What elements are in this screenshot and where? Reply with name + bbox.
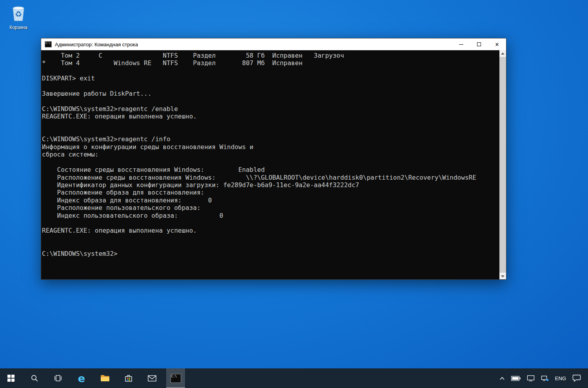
scroll-up-button[interactable]: [499, 50, 506, 57]
cmd-taskbar-button[interactable]: C:\: [166, 368, 185, 388]
monitor-icon: [527, 375, 535, 381]
store-button[interactable]: [119, 368, 138, 388]
cmd-icon: C:\: [45, 41, 52, 47]
start-icon: [7, 375, 15, 382]
language-label: ENG: [555, 375, 566, 381]
terminal-scrollbar[interactable]: [499, 50, 506, 279]
scroll-down-button[interactable]: [499, 273, 506, 279]
tray-chevron-button[interactable]: [499, 377, 505, 380]
search-icon: [31, 374, 38, 382]
arrow-up-icon: [501, 53, 505, 55]
mail-icon: [148, 375, 156, 382]
taskbar: e C:\: [0, 368, 588, 388]
network-icon: [541, 375, 549, 381]
maximize-button[interactable]: [470, 38, 488, 50]
recycle-bin-label: Корзина: [9, 25, 27, 30]
close-icon: ✕: [495, 42, 499, 47]
arrow-down-icon: [501, 275, 505, 277]
scrollbar-thumb[interactable]: [499, 57, 506, 273]
close-button[interactable]: ✕: [488, 38, 506, 50]
minimize-icon: [459, 44, 463, 45]
mail-button[interactable]: [143, 368, 162, 388]
terminal-output[interactable]: Том 2 C NTFS Раздел 58 Гб Исправен Загру…: [41, 50, 499, 279]
titlebar[interactable]: C:\ Администратор: Командная строка ✕: [41, 38, 506, 50]
start-button[interactable]: [2, 368, 20, 388]
recycle-bin[interactable]: ♻ Корзина: [5, 3, 31, 30]
edge-icon: e: [78, 373, 85, 384]
action-center-button[interactable]: [572, 374, 581, 382]
cmd-icon: C:\: [171, 374, 181, 383]
language-indicator[interactable]: ENG: [555, 375, 566, 381]
chevron-up-icon: [499, 377, 505, 380]
task-view-button[interactable]: [49, 368, 67, 388]
battery-button[interactable]: [511, 376, 521, 381]
minimize-button[interactable]: [452, 38, 470, 50]
terminal[interactable]: Том 2 C NTFS Раздел 58 Гб Исправен Загру…: [41, 50, 506, 279]
search-button[interactable]: [25, 368, 44, 388]
store-icon: [124, 374, 133, 383]
network-tray-button[interactable]: [541, 375, 549, 381]
window-title: Администратор: Командная строка: [55, 42, 452, 47]
recycle-bin-icon: ♻: [8, 3, 29, 24]
action-center-icon: [572, 374, 581, 382]
cmd-window: C:\ Администратор: Командная строка ✕ То…: [41, 38, 506, 280]
maximize-icon: [477, 42, 481, 46]
task-view-icon: [54, 375, 62, 382]
battery-icon: [511, 376, 521, 381]
edge-button[interactable]: e: [72, 368, 91, 388]
recycle-symbol-icon: ♻: [15, 9, 22, 19]
file-explorer-icon: [100, 374, 110, 382]
file-explorer-button[interactable]: [96, 368, 114, 388]
monitor-tray-button[interactable]: [527, 375, 535, 381]
